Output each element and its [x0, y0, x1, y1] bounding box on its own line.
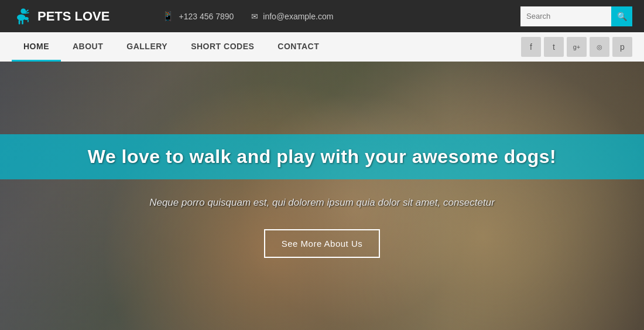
phone-info: 📱 +123 456 7890 [162, 11, 234, 22]
pinterest-button[interactable]: p [612, 37, 632, 57]
logo-icon [12, 6, 33, 27]
nav-item-gallery[interactable]: GALLERY [115, 32, 179, 62]
main-navigation: HOME ABOUT GALLERY SHORT CODES CONTACT f… [0, 32, 644, 62]
facebook-icon: f [530, 42, 532, 52]
header-contact-info: 📱 +123 456 7890 ✉ info@example.com [162, 11, 333, 22]
svg-rect-7 [28, 19, 29, 22]
rss-icon: ◎ [597, 43, 602, 51]
hero-banner: We love to walk and play with your aweso… [0, 134, 644, 179]
nav-item-contact[interactable]: CONTACT [266, 32, 331, 62]
site-header: PETS LOVE 📱 +123 456 7890 ✉ info@example… [0, 0, 644, 32]
pinterest-icon: p [620, 42, 625, 52]
hero-cta-button[interactable]: See More About Us [264, 229, 381, 258]
search-form: 🔍 [520, 6, 632, 26]
phone-icon: 📱 [162, 11, 174, 22]
nav-item-home[interactable]: HOME [12, 32, 61, 62]
facebook-button[interactable]: f [521, 37, 541, 57]
hero-title: We love to walk and play with your aweso… [0, 146, 644, 168]
nav-item-shortcodes[interactable]: SHORT CODES [179, 32, 266, 62]
search-icon: 🔍 [617, 12, 627, 21]
email-info: ✉ info@example.com [251, 12, 333, 21]
hero-section: We love to walk and play with your aweso… [0, 62, 644, 330]
search-button[interactable]: 🔍 [611, 6, 632, 26]
svg-point-1 [17, 14, 25, 21]
hero-content: We love to walk and play with your aweso… [0, 134, 644, 258]
logo-text: PETS LOVE [37, 9, 109, 24]
phone-number: +123 456 7890 [179, 12, 234, 21]
site-logo[interactable]: PETS LOVE [12, 6, 109, 27]
svg-rect-3 [22, 20, 23, 24]
twitter-icon: t [553, 42, 555, 52]
social-links: f t g+ ◎ p [521, 32, 632, 62]
svg-rect-2 [19, 20, 20, 24]
email-address: info@example.com [263, 12, 333, 21]
googleplus-button[interactable]: g+ [567, 37, 587, 57]
nav-item-about[interactable]: ABOUT [61, 32, 115, 62]
hero-subtitle: Neque porro quisquam est, qui dolorem ip… [0, 197, 644, 209]
email-icon: ✉ [251, 12, 258, 21]
search-input[interactable] [520, 6, 611, 26]
googleplus-icon: g+ [573, 43, 581, 50]
twitter-button[interactable]: t [544, 37, 564, 57]
svg-line-5 [25, 12, 29, 13]
rss-button[interactable]: ◎ [590, 37, 609, 57]
nav-links: HOME ABOUT GALLERY SHORT CODES CONTACT [12, 32, 331, 62]
